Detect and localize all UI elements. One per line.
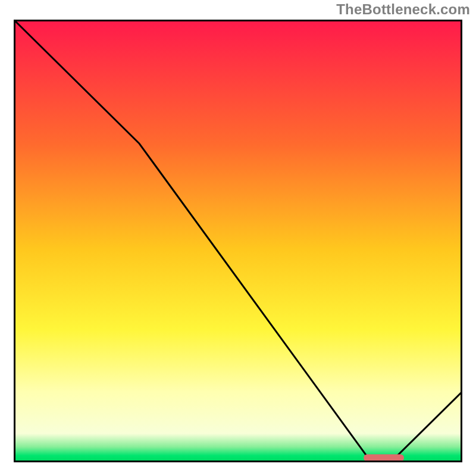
chart-container: TheBottleneck.com [0,0,476,476]
plot-svg [14,20,462,462]
watermark-text: TheBottleneck.com [336,1,470,18]
plot-area [14,20,462,462]
optimal-range-marker [364,455,404,462]
